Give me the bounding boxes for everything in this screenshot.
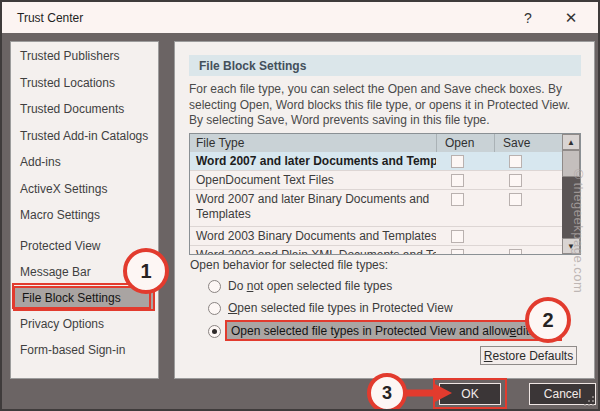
sidebar-item-trusted-addin-catalogs[interactable]: Trusted Add-in Catalogs bbox=[11, 123, 158, 150]
table-header-row: File Type Open Save bbox=[190, 134, 580, 152]
open-checkbox[interactable] bbox=[451, 193, 464, 206]
title-bar: Trust Center ? ✕ bbox=[2, 2, 598, 33]
radio-label: Open selected file types in Protected Vi… bbox=[228, 301, 453, 315]
annotation-step-2: 2 bbox=[525, 297, 571, 343]
file-type-table: File Type Open Save Word 2007 and later … bbox=[189, 133, 581, 255]
radio-option-protected-view[interactable]: Open selected file types in Protected Vi… bbox=[208, 300, 453, 316]
description-text: For each file type, you can select the O… bbox=[189, 82, 589, 129]
radio-icon-selected[interactable] bbox=[208, 325, 221, 338]
selected-option-highlight[interactable]: Open selected file types in Protected Vi… bbox=[225, 320, 562, 341]
file-type-label: Word 2003 Binary Documents and Templates bbox=[190, 227, 436, 245]
sidebar-item-activex-settings[interactable]: ActiveX Settings bbox=[11, 176, 158, 203]
save-checkbox[interactable] bbox=[509, 155, 522, 168]
section-header: File Block Settings bbox=[189, 55, 581, 76]
open-checkbox[interactable] bbox=[451, 155, 464, 168]
close-icon[interactable]: ✕ bbox=[554, 2, 588, 33]
sidebar-item-privacy-options[interactable]: Privacy Options bbox=[11, 311, 158, 338]
table-row[interactable]: Word 2003 and Plain XML Documents and Te… bbox=[190, 246, 580, 255]
watermark-text: ©thegeekpage.com bbox=[571, 167, 586, 357]
sidebar-item-add-ins[interactable]: Add-ins bbox=[11, 149, 158, 176]
table-row[interactable]: Word 2007 and later Documents and Templa… bbox=[190, 152, 580, 171]
help-icon[interactable]: ? bbox=[511, 2, 545, 33]
open-checkbox[interactable] bbox=[451, 174, 464, 187]
description-line: By selecting Save, Word prevents saving … bbox=[189, 113, 589, 129]
radio-option-do-not-open[interactable]: Do not open selected file types bbox=[208, 278, 392, 294]
description-line: selecting Open, Word blocks this file ty… bbox=[189, 98, 589, 114]
column-header-file-type: File Type bbox=[190, 134, 436, 152]
sidebar: Trusted Publishers Trusted Locations Tru… bbox=[10, 41, 159, 379]
save-checkbox[interactable] bbox=[509, 249, 522, 255]
file-type-label: Word 2003 and Plain XML Documents and Te… bbox=[190, 246, 436, 255]
table-row[interactable]: OpenDocument Text Files bbox=[190, 171, 580, 190]
sidebar-item-form-based-sign-in[interactable]: Form-based Sign-in bbox=[11, 337, 158, 364]
table-row[interactable]: Word 2003 Binary Documents and Templates bbox=[190, 227, 580, 246]
annotation-step-3: 3 bbox=[367, 373, 407, 411]
sidebar-item-trusted-publishers[interactable]: Trusted Publishers bbox=[11, 43, 158, 70]
sidebar-item-macro-settings[interactable]: Macro Settings bbox=[11, 202, 158, 229]
description-line: For each file type, you can select the O… bbox=[189, 82, 589, 98]
section-title: File Block Settings bbox=[199, 59, 306, 73]
dialog-title: Trust Center bbox=[17, 11, 83, 25]
column-header-open: Open bbox=[436, 134, 494, 152]
radio-icon[interactable] bbox=[208, 280, 221, 293]
annotation-arrow bbox=[400, 380, 456, 406]
file-type-label: Word 2007 and later Documents and Templa… bbox=[190, 152, 436, 170]
sidebar-item-trusted-documents[interactable]: Trusted Documents bbox=[11, 96, 158, 123]
resize-grip-icon[interactable] bbox=[583, 395, 595, 407]
open-checkbox[interactable] bbox=[451, 230, 464, 243]
annotation-step-1: 1 bbox=[123, 248, 169, 294]
file-type-label: OpenDocument Text Files bbox=[190, 171, 436, 189]
file-type-label: Word 2007 and later Binary Documents and… bbox=[190, 190, 436, 226]
open-checkbox[interactable] bbox=[451, 249, 464, 255]
column-header-save: Save bbox=[494, 134, 548, 152]
restore-defaults-button[interactable]: Restore Defaults bbox=[480, 346, 577, 365]
table-row[interactable]: Word 2007 and later Binary Documents and… bbox=[190, 190, 580, 227]
trust-center-dialog: Trust Center ? ✕ Trusted Publishers Trus… bbox=[0, 0, 600, 411]
radio-label: Do not open selected file types bbox=[228, 279, 392, 293]
save-checkbox[interactable] bbox=[509, 193, 522, 206]
save-checkbox[interactable] bbox=[509, 174, 522, 187]
radio-option-protected-view-allow-editing[interactable] bbox=[208, 323, 221, 339]
radio-icon[interactable] bbox=[208, 302, 221, 315]
sidebar-item-trusted-locations[interactable]: Trusted Locations bbox=[11, 70, 158, 97]
scroll-up-icon[interactable]: ▲ bbox=[562, 134, 580, 150]
open-behavior-label: Open behavior for selected file types: bbox=[190, 258, 388, 272]
